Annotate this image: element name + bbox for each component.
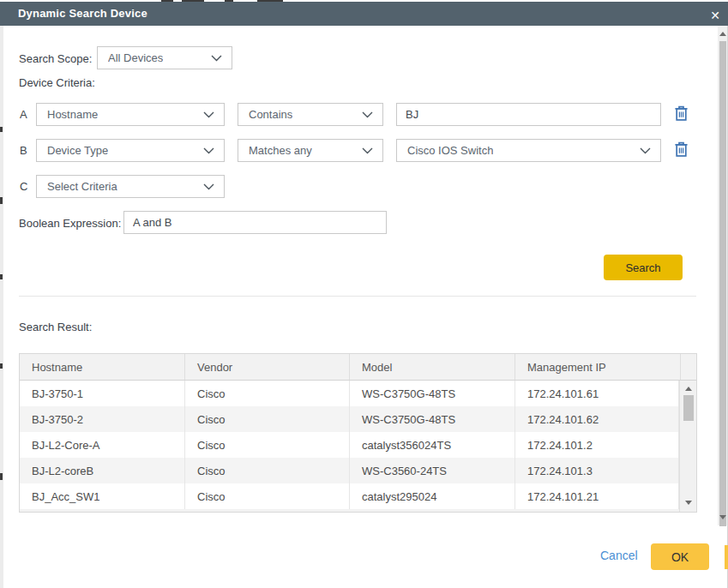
background-page-edge: [0, 26, 3, 588]
cancel-button[interactable]: Cancel: [600, 549, 638, 562]
table-row[interactable]: BJ_Acc_SW1 Cisco catalyst295024 172.24.1…: [20, 483, 679, 509]
chevron-down-icon: [362, 111, 373, 118]
search-result-table: Hostname Vendor Model Management IP BJ-3…: [19, 353, 697, 513]
table-row[interactable]: BJ-3750-1 Cisco WS-C3750G-48TS 172.24.10…: [20, 381, 679, 406]
cell-vendor: Cisco: [185, 381, 350, 406]
cell-hostname: BJ_Acc_SW1: [20, 483, 185, 509]
cell-model: catalyst295024: [350, 483, 515, 509]
boolean-expression-label: Boolean Expression:: [19, 217, 121, 230]
dialog-title: Dynamic Search Device: [18, 2, 147, 26]
background-page-fragment: [725, 545, 728, 569]
criteria-row-letter: B: [20, 144, 27, 157]
chevron-down-icon: [362, 147, 373, 154]
background-page-fragment: [0, 363, 3, 369]
cell-hostname: BJ-3750-2: [20, 406, 185, 432]
chevron-down-icon: [203, 183, 214, 190]
criteria-b-delete-button[interactable]: [672, 141, 689, 160]
boolean-expression-input[interactable]: [123, 211, 387, 234]
table-row[interactable]: BJ-L2-coreB Cisco WS-C3560-24TS 172.24.1…: [20, 458, 679, 483]
dialog-scrollbar-thumb[interactable]: [719, 41, 726, 526]
criteria-a-delete-button[interactable]: [672, 105, 689, 124]
background-page-fragment: [0, 127, 3, 132]
chevron-down-icon: [203, 147, 214, 154]
trash-icon: [674, 141, 689, 158]
cell-vendor: Cisco: [185, 432, 350, 458]
table-scrollbar[interactable]: [679, 381, 696, 512]
scroll-up-icon[interactable]: [719, 32, 726, 36]
criteria-b-operator-select[interactable]: Matches any: [238, 139, 383, 162]
cell-management-ip: 172.24.101.3: [515, 458, 679, 483]
cell-management-ip: 172.24.101.61: [515, 381, 679, 406]
background-page-fragment: [0, 274, 3, 279]
background-page-fragment: [0, 473, 3, 480]
scroll-down-icon[interactable]: [685, 501, 692, 505]
close-icon: ✕: [710, 9, 720, 22]
cell-vendor: Cisco: [185, 406, 350, 432]
table-header-scroll-pad: [681, 354, 696, 380]
criteria-a-value-input[interactable]: [396, 103, 661, 126]
device-criteria-label: Device Criteria:: [19, 76, 95, 89]
criteria-row-letter: C: [20, 180, 27, 193]
cell-management-ip: 172.24.101.2: [515, 432, 679, 458]
section-divider: [19, 296, 696, 297]
criteria-a-field-value: Hostname: [47, 108, 98, 121]
partial-row-stripe: [20, 509, 679, 512]
search-scope-label: Search Scope:: [19, 52, 92, 65]
chevron-down-icon: [640, 147, 651, 154]
criteria-a-field-select[interactable]: Hostname: [36, 103, 225, 126]
trash-icon: [674, 105, 689, 122]
search-button[interactable]: Search: [604, 255, 683, 280]
criteria-c-field-value: Select Criteria: [47, 180, 117, 193]
dynamic-search-device-dialog: Dynamic Search Device ✕ Search Scope: Al…: [0, 0, 728, 588]
table-row[interactable]: BJ-L2-Core-A Cisco catalyst356024TS 172.…: [20, 432, 679, 458]
scroll-down-icon[interactable]: [719, 515, 726, 519]
criteria-row-letter: A: [20, 108, 27, 121]
column-header-model[interactable]: Model: [350, 354, 515, 380]
column-header-hostname[interactable]: Hostname: [20, 354, 185, 380]
table-scrollbar-thumb[interactable]: [683, 395, 694, 421]
close-button[interactable]: ✕: [703, 3, 727, 27]
column-header-management-ip[interactable]: Management IP: [515, 354, 681, 380]
criteria-c-field-select[interactable]: Select Criteria: [36, 175, 225, 198]
cell-hostname: BJ-L2-coreB: [20, 458, 185, 483]
table-body: BJ-3750-1 Cisco WS-C3750G-48TS 172.24.10…: [20, 381, 696, 512]
criteria-b-field-value: Device Type: [47, 144, 108, 157]
table-header-row: Hostname Vendor Model Management IP: [20, 354, 696, 381]
background-page-fragment: [0, 197, 3, 204]
criteria-b-value-select[interactable]: Cisco IOS Switch: [396, 139, 661, 162]
criteria-b-operator-value: Matches any: [249, 144, 312, 157]
cell-management-ip: 172.24.101.21: [515, 483, 679, 509]
criteria-b-value: Cisco IOS Switch: [407, 144, 493, 157]
cell-model: catalyst356024TS: [350, 432, 515, 458]
chevron-down-icon: [211, 55, 222, 62]
criteria-a-operator-select[interactable]: Contains: [238, 103, 383, 126]
search-scope-select[interactable]: All Devices: [97, 46, 232, 69]
cell-vendor: Cisco: [185, 483, 350, 509]
cell-management-ip: 172.24.101.62: [515, 406, 679, 432]
cell-model: WS-C3750G-48TS: [350, 406, 515, 432]
cell-model: WS-C3560-24TS: [350, 458, 515, 483]
chevron-down-icon: [203, 111, 214, 118]
cell-hostname: BJ-3750-1: [20, 381, 185, 406]
scroll-up-icon[interactable]: [685, 387, 692, 391]
criteria-b-field-select[interactable]: Device Type: [36, 139, 225, 162]
ok-button[interactable]: OK: [651, 543, 709, 570]
search-result-label: Search Result:: [19, 321, 92, 333]
cell-vendor: Cisco: [185, 458, 350, 483]
criteria-a-operator-value: Contains: [249, 108, 292, 121]
cell-model: WS-C3750G-48TS: [350, 381, 515, 406]
search-scope-value: All Devices: [108, 51, 163, 64]
table-row[interactable]: BJ-3750-2 Cisco WS-C3750G-48TS 172.24.10…: [20, 406, 679, 432]
cell-hostname: BJ-L2-Core-A: [20, 432, 185, 458]
dialog-titlebar: Dynamic Search Device ✕: [0, 2, 728, 26]
column-header-vendor[interactable]: Vendor: [185, 354, 350, 380]
